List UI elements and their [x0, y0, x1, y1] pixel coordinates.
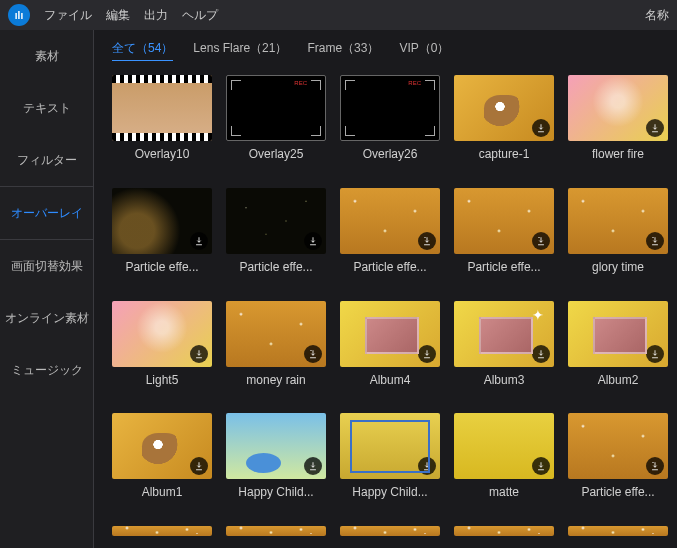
overlay-label: Particle effe...	[340, 260, 440, 274]
tab-2[interactable]: Frame（33）	[307, 40, 379, 61]
overlay-card[interactable]: capture-1	[454, 75, 554, 166]
overlay-label: flower fire	[568, 147, 668, 161]
download-icon[interactable]	[418, 345, 436, 363]
overlay-label: Overlay26	[340, 147, 440, 161]
thumbnail[interactable]	[454, 526, 554, 536]
thumbnail[interactable]	[226, 188, 326, 254]
overlay-card[interactable]: RECOverlay25	[226, 75, 326, 166]
thumbnail[interactable]	[454, 188, 554, 254]
overlay-card[interactable]: Album2	[568, 301, 668, 392]
overlay-card[interactable]: flower fire	[568, 75, 668, 166]
sidebar-item-4[interactable]: 画面切替効果	[0, 240, 93, 292]
download-icon[interactable]	[532, 457, 550, 475]
filter-tabs: 全て（54）Lens Flare（21）Frame（33）VIP（0）	[112, 40, 671, 61]
download-icon[interactable]	[304, 345, 322, 363]
overlay-label: money rain	[226, 373, 326, 387]
overlay-label: Album1	[112, 485, 212, 499]
overlay-card[interactable]: Album4	[340, 301, 440, 392]
sidebar-item-3[interactable]: オーバーレイ	[0, 187, 93, 239]
overlay-card[interactable]: Particle effe...	[112, 188, 212, 279]
thumbnail[interactable]	[568, 526, 668, 536]
thumbnail[interactable]	[454, 75, 554, 141]
overlay-card[interactable]: Particle effe...	[454, 188, 554, 279]
thumbnail[interactable]	[568, 413, 668, 479]
download-icon[interactable]	[646, 345, 664, 363]
thumbnail[interactable]	[340, 301, 440, 367]
overlay-card[interactable]: Overlay10	[112, 75, 212, 166]
download-icon[interactable]	[304, 232, 322, 250]
overlay-card[interactable]: Light5	[112, 301, 212, 392]
thumbnail[interactable]	[568, 301, 668, 367]
download-icon[interactable]	[304, 457, 322, 475]
sidebar-item-2[interactable]: フィルター	[0, 134, 93, 186]
menu-output[interactable]: 出力	[144, 7, 168, 24]
main-panel: 全て（54）Lens Flare（21）Frame（33）VIP（0） Over…	[94, 30, 677, 548]
download-icon[interactable]	[418, 457, 436, 475]
download-icon[interactable]	[532, 345, 550, 363]
overlay-label: Album3	[454, 373, 554, 387]
overlay-label: glory time	[568, 260, 668, 274]
overlay-card[interactable]: Album1	[112, 413, 212, 504]
thumbnail[interactable]	[112, 526, 212, 536]
download-icon[interactable]	[646, 457, 664, 475]
menu-file[interactable]: ファイル	[44, 7, 92, 24]
tab-1[interactable]: Lens Flare（21）	[193, 40, 287, 61]
thumbnail[interactable]	[226, 526, 326, 536]
menu-help[interactable]: ヘルプ	[182, 7, 218, 24]
thumbnail[interactable]	[340, 526, 440, 536]
download-icon[interactable]	[532, 232, 550, 250]
tab-0[interactable]: 全て（54）	[112, 40, 173, 61]
thumbnail[interactable]	[112, 413, 212, 479]
thumbnail[interactable]: REC	[226, 75, 326, 141]
download-icon[interactable]	[646, 232, 664, 250]
overlay-card[interactable]: Particle effe...	[340, 188, 440, 279]
overlay-card[interactable]: money rain	[226, 301, 326, 392]
overlay-label: Particle effe...	[568, 485, 668, 499]
thumbnail[interactable]	[340, 188, 440, 254]
overlay-card[interactable]: Particle effe...	[568, 413, 668, 504]
overlay-label: Overlay10	[112, 147, 212, 161]
thumbnail[interactable]	[226, 301, 326, 367]
overlay-card[interactable]: matte	[454, 413, 554, 504]
thumbnail[interactable]	[568, 188, 668, 254]
window-title: 名称	[645, 7, 669, 24]
overlay-card[interactable]: Album3	[454, 301, 554, 392]
tab-3[interactable]: VIP（0）	[399, 40, 449, 61]
app-logo-icon: ıIı	[8, 4, 30, 26]
overlay-card[interactable]: Happy Child...	[226, 413, 326, 504]
overlay-card[interactable]: Particle effe...	[226, 188, 326, 279]
overlay-label: Album4	[340, 373, 440, 387]
overlay-card[interactable]: glory time	[568, 188, 668, 279]
download-icon[interactable]	[646, 119, 664, 137]
sidebar-item-1[interactable]: テキスト	[0, 82, 93, 134]
sidebar: 素材テキストフィルターオーバーレイ画面切替効果オンライン素材ミュージック	[0, 30, 94, 548]
thumbnail[interactable]	[112, 301, 212, 367]
thumbnail[interactable]	[454, 413, 554, 479]
thumbnail[interactable]	[568, 75, 668, 141]
overlay-label: Light5	[112, 373, 212, 387]
overlay-card[interactable]: RECOverlay26	[340, 75, 440, 166]
overlay-label: Overlay25	[226, 147, 326, 161]
thumbnail[interactable]	[226, 413, 326, 479]
thumbnail[interactable]	[340, 413, 440, 479]
overlay-label: Happy Child...	[226, 485, 326, 499]
download-icon[interactable]	[190, 232, 208, 250]
sidebar-item-0[interactable]: 素材	[0, 30, 93, 82]
menubar: ıIı ファイル 編集 出力 ヘルプ 名称	[0, 0, 677, 30]
menu-edit[interactable]: 編集	[106, 7, 130, 24]
download-icon[interactable]	[532, 119, 550, 137]
download-icon[interactable]	[190, 345, 208, 363]
download-icon[interactable]	[418, 232, 436, 250]
sidebar-item-6[interactable]: ミュージック	[0, 344, 93, 396]
thumbnail[interactable]: REC	[340, 75, 440, 141]
overlay-label: Happy Child...	[340, 485, 440, 499]
sidebar-item-5[interactable]: オンライン素材	[0, 292, 93, 344]
overlay-label: matte	[454, 485, 554, 499]
overlay-label: Particle effe...	[226, 260, 326, 274]
thumbnail[interactable]	[112, 75, 212, 141]
overlay-grid[interactable]: Overlay10RECOverlay25RECOverlay26capture…	[112, 75, 671, 541]
overlay-card[interactable]: Happy Child...	[340, 413, 440, 504]
download-icon[interactable]	[190, 457, 208, 475]
thumbnail[interactable]	[112, 188, 212, 254]
thumbnail[interactable]	[454, 301, 554, 367]
